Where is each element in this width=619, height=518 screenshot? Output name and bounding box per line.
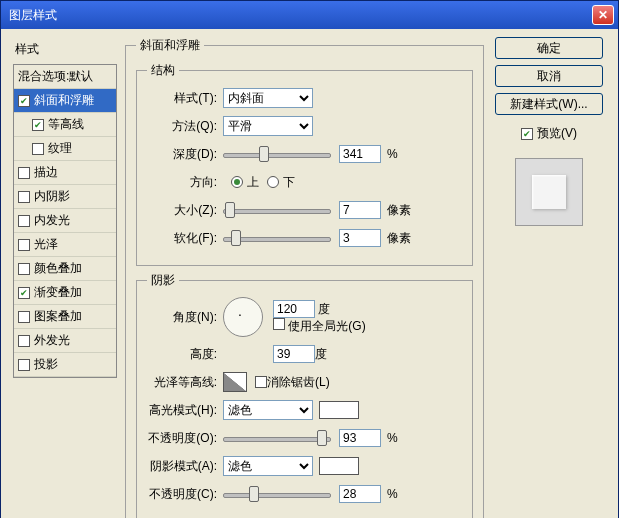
- titlebar: 图层样式 ✕: [1, 1, 618, 29]
- style-label: 样式(T):: [147, 90, 223, 107]
- checkbox-icon[interactable]: [18, 215, 30, 227]
- dialog-title: 图层样式: [9, 7, 57, 24]
- size-label: 大小(Z):: [147, 202, 223, 219]
- sidebar-item-texture[interactable]: 纹理: [14, 137, 116, 161]
- panel-title: 斜面和浮雕: [136, 37, 204, 54]
- checkbox-icon[interactable]: [18, 239, 30, 251]
- settings-panel: 斜面和浮雕 结构 样式(T):内斜面 方法(Q):平滑 深度(D):% 方向:上…: [125, 37, 484, 518]
- angle-input[interactable]: [273, 300, 315, 318]
- sopacity-label: 不透明度(C):: [147, 486, 223, 503]
- sidebar-item-inner-glow[interactable]: 内发光: [14, 209, 116, 233]
- close-button[interactable]: ✕: [592, 5, 614, 25]
- checkbox-icon[interactable]: [32, 143, 44, 155]
- bevel-fieldset: 斜面和浮雕 结构 样式(T):内斜面 方法(Q):平滑 深度(D):% 方向:上…: [125, 37, 484, 518]
- angle-label: 角度(N):: [147, 309, 223, 326]
- hmode-label: 高光模式(H):: [147, 402, 223, 419]
- style-list: 混合选项:默认 斜面和浮雕 等高线 纹理 描边 内阴影 内发光 光泽 颜色叠加 …: [13, 64, 117, 378]
- gloss-label: 光泽等高线:: [147, 374, 223, 391]
- structure-legend: 结构: [147, 62, 179, 79]
- altitude-input[interactable]: [273, 345, 315, 363]
- altitude-label: 高度:: [147, 346, 223, 363]
- checkbox-icon[interactable]: [18, 167, 30, 179]
- sidebar-item-satin[interactable]: 光泽: [14, 233, 116, 257]
- checkbox-icon[interactable]: [18, 359, 30, 371]
- shadow-opacity-input[interactable]: [339, 485, 381, 503]
- direction-label: 方向:: [147, 174, 223, 191]
- checkbox-icon[interactable]: [18, 95, 30, 107]
- close-icon: ✕: [598, 8, 608, 22]
- shadow-opacity-slider[interactable]: [223, 485, 331, 503]
- antialias-checkbox[interactable]: [255, 376, 267, 388]
- soften-label: 软化(F):: [147, 230, 223, 247]
- checkbox-icon[interactable]: [18, 263, 30, 275]
- shadow-fieldset: 阴影 角度(N): 度 使用全局光(G) 高度: 度 光泽等高线: 消除锯齿(L…: [136, 272, 473, 518]
- sidebar-item-gradient-overlay[interactable]: 渐变叠加: [14, 281, 116, 305]
- checkbox-icon[interactable]: [32, 119, 44, 131]
- structure-fieldset: 结构 样式(T):内斜面 方法(Q):平滑 深度(D):% 方向:上下 大小(Z…: [136, 62, 473, 266]
- depth-label: 深度(D):: [147, 146, 223, 163]
- sidebar-item-outer-glow[interactable]: 外发光: [14, 329, 116, 353]
- checkbox-icon[interactable]: [18, 311, 30, 323]
- cancel-button[interactable]: 取消: [495, 65, 603, 87]
- angle-dial[interactable]: [223, 297, 263, 337]
- highlight-mode-select[interactable]: 滤色: [223, 400, 313, 420]
- new-style-button[interactable]: 新建样式(W)...: [495, 93, 603, 115]
- shadow-legend: 阴影: [147, 272, 179, 289]
- style-sidebar: 样式 混合选项:默认 斜面和浮雕 等高线 纹理 描边 内阴影 内发光 光泽 颜色…: [13, 37, 117, 518]
- sidebar-item-pattern-overlay[interactable]: 图案叠加: [14, 305, 116, 329]
- gloss-contour-picker[interactable]: [223, 372, 247, 392]
- preview-label: 预览(V): [537, 125, 577, 142]
- checkbox-icon[interactable]: [18, 335, 30, 347]
- preview-checkbox[interactable]: [521, 128, 533, 140]
- highlight-opacity-input[interactable]: [339, 429, 381, 447]
- right-column: 确定 取消 新建样式(W)... 预览(V): [492, 37, 606, 518]
- sidebar-item-drop-shadow[interactable]: 投影: [14, 353, 116, 377]
- layer-style-dialog: 图层样式 ✕ 样式 混合选项:默认 斜面和浮雕 等高线 纹理 描边 内阴影 内发…: [0, 0, 619, 518]
- depth-slider[interactable]: [223, 145, 331, 163]
- sidebar-item-stroke[interactable]: 描边: [14, 161, 116, 185]
- hopacity-label: 不透明度(O):: [147, 430, 223, 447]
- ok-button[interactable]: 确定: [495, 37, 603, 59]
- preview-swatch: [515, 158, 583, 226]
- highlight-color[interactable]: [319, 401, 359, 419]
- size-slider[interactable]: [223, 201, 331, 219]
- highlight-opacity-slider[interactable]: [223, 429, 331, 447]
- sidebar-item-inner-shadow[interactable]: 内阴影: [14, 185, 116, 209]
- soften-input[interactable]: [339, 229, 381, 247]
- direction-down-radio[interactable]: [267, 176, 279, 188]
- sidebar-header: 样式: [13, 37, 117, 64]
- smode-label: 阴影模式(A):: [147, 458, 223, 475]
- style-select[interactable]: 内斜面: [223, 88, 313, 108]
- shadow-mode-select[interactable]: 滤色: [223, 456, 313, 476]
- soften-slider[interactable]: [223, 229, 331, 247]
- sidebar-item-color-overlay[interactable]: 颜色叠加: [14, 257, 116, 281]
- method-select[interactable]: 平滑: [223, 116, 313, 136]
- size-input[interactable]: [339, 201, 381, 219]
- global-light-checkbox[interactable]: [273, 318, 285, 330]
- direction-up-radio[interactable]: [231, 176, 243, 188]
- method-label: 方法(Q):: [147, 118, 223, 135]
- blending-options[interactable]: 混合选项:默认: [14, 65, 116, 89]
- checkbox-icon[interactable]: [18, 191, 30, 203]
- depth-input[interactable]: [339, 145, 381, 163]
- sidebar-item-contour[interactable]: 等高线: [14, 113, 116, 137]
- sidebar-item-bevel[interactable]: 斜面和浮雕: [14, 89, 116, 113]
- shadow-color[interactable]: [319, 457, 359, 475]
- checkbox-icon[interactable]: [18, 287, 30, 299]
